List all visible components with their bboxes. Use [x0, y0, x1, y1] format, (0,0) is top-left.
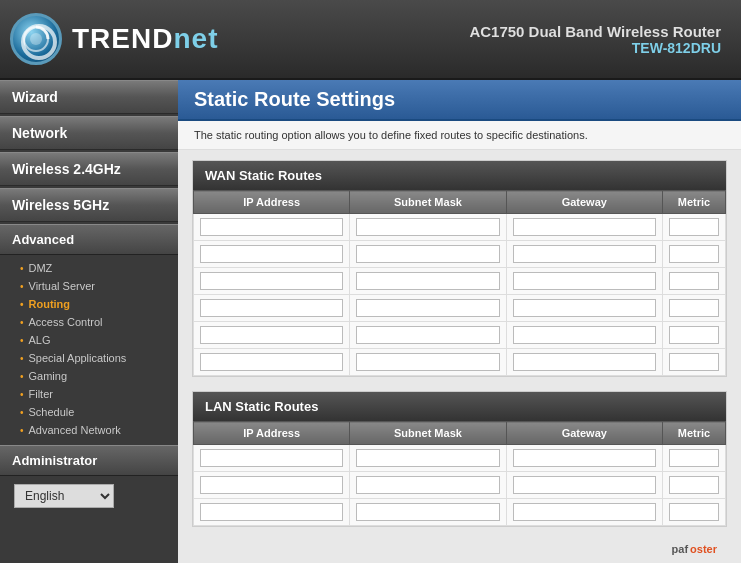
- lan-ip-input-0[interactable]: [200, 449, 343, 467]
- wan-ip-input-0[interactable]: [200, 218, 343, 236]
- svg-point-1: [30, 33, 42, 45]
- bullet-filter: •: [20, 389, 24, 400]
- wan-subnet-input-1[interactable]: [356, 245, 499, 263]
- wan-metric-input-4[interactable]: [669, 326, 719, 344]
- lan-ip-input-1[interactable]: [200, 476, 343, 494]
- watermark: pafoster: [192, 541, 727, 557]
- wan-metric-cell: [662, 295, 725, 322]
- wan-gateway-input-5[interactable]: [513, 353, 656, 371]
- lan-metric-input-2[interactable]: [669, 503, 719, 521]
- lan-gateway-cell: [506, 445, 662, 472]
- lan-metric-cell: [662, 445, 725, 472]
- lan-subnet-input-0[interactable]: [356, 449, 499, 467]
- wan-route-table: IP Address Subnet Mask Gateway Metric: [193, 190, 726, 376]
- sidebar-item-gaming[interactable]: • Gaming: [0, 367, 178, 385]
- wan-subnet-input-3[interactable]: [356, 299, 499, 317]
- wan-ip-cell: [194, 349, 350, 376]
- wan-ip-input-5[interactable]: [200, 353, 343, 371]
- sidebar-item-dmz[interactable]: • DMZ: [0, 259, 178, 277]
- wan-metric-cell: [662, 349, 725, 376]
- lan-gateway-input-1[interactable]: [513, 476, 656, 494]
- page-title: Static Route Settings: [194, 88, 725, 111]
- bullet-schedule: •: [20, 407, 24, 418]
- lan-subnet-input-2[interactable]: [356, 503, 499, 521]
- lan-metric-input-0[interactable]: [669, 449, 719, 467]
- lan-gateway-cell: [506, 472, 662, 499]
- wan-subnet-input-5[interactable]: [356, 353, 499, 371]
- sidebar-wizard-btn[interactable]: Wizard: [0, 80, 178, 114]
- lan-col-ip: IP Address: [194, 422, 350, 445]
- lan-ip-cell: [194, 445, 350, 472]
- lan-subnet-input-1[interactable]: [356, 476, 499, 494]
- sidebar-advanced-menu: • DMZ • Virtual Server • Routing • Acces…: [0, 255, 178, 443]
- wan-subnet-cell: [350, 268, 506, 295]
- wan-ip-input-1[interactable]: [200, 245, 343, 263]
- wan-gateway-cell: [506, 349, 662, 376]
- wan-ip-input-4[interactable]: [200, 326, 343, 344]
- wan-metric-cell: [662, 322, 725, 349]
- watermark-text: pafoster: [672, 543, 717, 555]
- page-title-bar: Static Route Settings: [178, 80, 741, 121]
- wan-gateway-cell: [506, 295, 662, 322]
- sidebar-wireless5-btn[interactable]: Wireless 5GHz: [0, 188, 178, 222]
- wan-gateway-input-2[interactable]: [513, 272, 656, 290]
- lan-metric-input-1[interactable]: [669, 476, 719, 494]
- lan-gateway-input-0[interactable]: [513, 449, 656, 467]
- wan-ip-cell: [194, 241, 350, 268]
- sidebar-item-advanced-network[interactable]: • Advanced Network: [0, 421, 178, 439]
- wan-metric-input-2[interactable]: [669, 272, 719, 290]
- wan-gateway-cell: [506, 214, 662, 241]
- wan-metric-input-5[interactable]: [669, 353, 719, 371]
- bullet-alg: •: [20, 335, 24, 346]
- bullet-access-control: •: [20, 317, 24, 328]
- sidebar-item-virtual-server[interactable]: • Virtual Server: [0, 277, 178, 295]
- wan-table-row: [194, 322, 726, 349]
- sidebar-advanced-label: Advanced: [0, 224, 178, 255]
- lan-subnet-cell: [350, 472, 506, 499]
- lan-ip-cell: [194, 499, 350, 526]
- lan-route-table: IP Address Subnet Mask Gateway Metric: [193, 421, 726, 526]
- wan-metric-input-1[interactable]: [669, 245, 719, 263]
- wan-subnet-cell: [350, 214, 506, 241]
- lan-col-gateway: Gateway: [506, 422, 662, 445]
- wan-col-gateway: Gateway: [506, 191, 662, 214]
- sidebar-item-special-apps[interactable]: • Special Applications: [0, 349, 178, 367]
- lan-ip-input-2[interactable]: [200, 503, 343, 521]
- wan-subnet-input-4[interactable]: [356, 326, 499, 344]
- sidebar-item-alg[interactable]: • ALG: [0, 331, 178, 349]
- wan-metric-input-3[interactable]: [669, 299, 719, 317]
- wan-subnet-input-2[interactable]: [356, 272, 499, 290]
- lan-table-row: [194, 445, 726, 472]
- sidebar-label-virtual-server: Virtual Server: [29, 280, 95, 292]
- lan-table-row: [194, 472, 726, 499]
- logo-icon: [10, 13, 62, 65]
- wan-col-metric: Metric: [662, 191, 725, 214]
- brand-trend: TREND: [72, 23, 173, 54]
- language-select[interactable]: English 中文 Español Français Deutsch: [14, 484, 114, 508]
- wan-gateway-input-3[interactable]: [513, 299, 656, 317]
- sidebar-item-access-control[interactable]: • Access Control: [0, 313, 178, 331]
- wan-section-header: WAN Static Routes: [193, 161, 726, 190]
- sidebar-administrator-label: Administrator: [0, 445, 178, 476]
- wan-gateway-input-0[interactable]: [513, 218, 656, 236]
- sidebar-wireless24-btn[interactable]: Wireless 2.4GHz: [0, 152, 178, 186]
- lan-section-header: LAN Static Routes: [193, 392, 726, 421]
- wan-gateway-input-1[interactable]: [513, 245, 656, 263]
- wan-subnet-cell: [350, 295, 506, 322]
- wan-ip-input-3[interactable]: [200, 299, 343, 317]
- wan-table-row: [194, 295, 726, 322]
- lan-gateway-input-2[interactable]: [513, 503, 656, 521]
- wan-subnet-input-0[interactable]: [356, 218, 499, 236]
- wan-metric-cell: [662, 214, 725, 241]
- wan-gateway-input-4[interactable]: [513, 326, 656, 344]
- sidebar-item-filter[interactable]: • Filter: [0, 385, 178, 403]
- language-select-wrap: English 中文 Español Français Deutsch: [0, 476, 178, 516]
- sidebar-item-routing[interactable]: • Routing: [0, 295, 178, 313]
- sidebar-label-dmz: DMZ: [29, 262, 53, 274]
- sidebar-network-btn[interactable]: Network: [0, 116, 178, 150]
- wan-ip-input-2[interactable]: [200, 272, 343, 290]
- sidebar-item-schedule[interactable]: • Schedule: [0, 403, 178, 421]
- lan-static-routes-section: LAN Static Routes IP Address Subnet Mask…: [192, 391, 727, 527]
- wan-metric-input-0[interactable]: [669, 218, 719, 236]
- wan-ip-cell: [194, 295, 350, 322]
